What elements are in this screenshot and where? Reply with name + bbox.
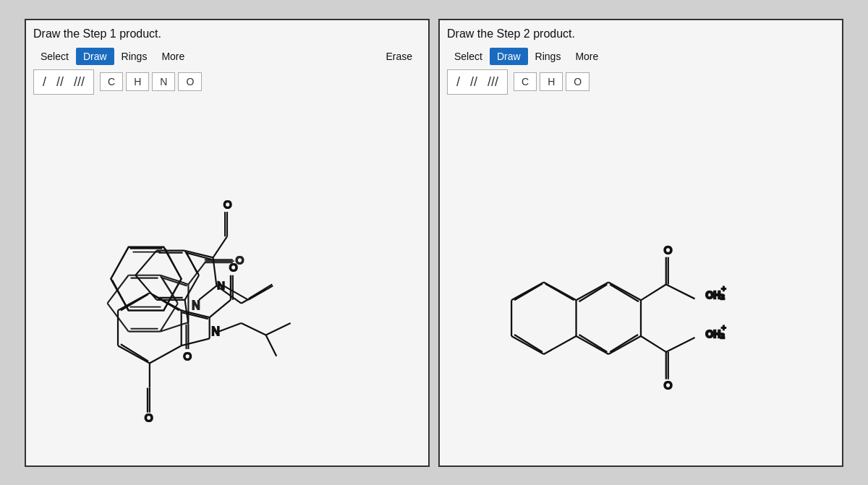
svg-line-94 xyxy=(579,335,608,352)
panel1-select-btn[interactable]: Select xyxy=(33,48,76,65)
panel1-triple-bond[interactable]: /// xyxy=(69,73,89,91)
svg-line-85 xyxy=(545,283,574,300)
svg-line-72 xyxy=(266,322,291,335)
svg-line-101 xyxy=(641,336,666,352)
panel2-draw-area[interactable]: O O OH₂ + OH₂ + xyxy=(447,106,835,458)
panel1-atom-o[interactable]: O xyxy=(178,72,202,91)
panel1-double-bond[interactable]: // xyxy=(52,73,68,91)
svg-text:O: O xyxy=(145,412,153,424)
panel1-erase-btn[interactable]: Erase xyxy=(377,48,421,65)
svg-line-66 xyxy=(210,299,231,317)
panel1-title: Draw the Step 1 product. xyxy=(33,27,421,40)
panel2-title: Draw the Step 2 product. xyxy=(447,27,835,40)
panel2-bond-tools: / // /// xyxy=(447,69,508,95)
panel1-draw-btn[interactable]: Draw xyxy=(76,48,114,65)
panel1-more-btn[interactable]: More xyxy=(154,48,192,65)
svg-text:+: + xyxy=(721,284,726,293)
svg-line-93 xyxy=(610,284,639,301)
svg-line-86 xyxy=(514,335,542,352)
svg-line-73 xyxy=(266,335,277,356)
panel2-triple-bond[interactable]: /// xyxy=(483,73,503,91)
panel2-toolbar: Select Draw Rings More xyxy=(447,48,835,65)
panel1-bond-tools: / // /// xyxy=(33,69,94,95)
panel1-atom-h[interactable]: H xyxy=(126,72,149,91)
svg-line-84 xyxy=(514,283,542,300)
svg-line-47 xyxy=(241,289,265,303)
svg-line-88 xyxy=(608,282,641,300)
svg-line-91 xyxy=(576,336,609,354)
panel1-atom-n[interactable]: N xyxy=(152,72,175,91)
svg-text:N: N xyxy=(192,299,200,311)
svg-line-36 xyxy=(199,286,216,299)
svg-line-90 xyxy=(608,336,641,354)
svg-line-60 xyxy=(121,344,148,361)
svg-text:O: O xyxy=(184,350,192,361)
svg-line-92 xyxy=(579,284,608,301)
svg-line-100 xyxy=(666,284,695,299)
svg-text:O: O xyxy=(664,244,673,255)
panel2-select-btn[interactable]: Select xyxy=(447,48,490,65)
panel1-rings-btn[interactable]: Rings xyxy=(114,48,155,65)
svg-line-56 xyxy=(150,345,182,363)
panel1-toolbar: Select Draw Rings More Erase xyxy=(33,48,421,65)
panel2-atom-h[interactable]: H xyxy=(540,72,563,91)
svg-text:O: O xyxy=(224,199,231,210)
svg-line-71 xyxy=(241,322,265,335)
svg-text:O: O xyxy=(664,379,673,390)
panel2-single-bond[interactable]: / xyxy=(452,73,464,91)
panel-step2: Draw the Step 2 product. Select Draw Rin… xyxy=(438,19,843,467)
panel-step1: Draw the Step 1 product. Select Draw Rin… xyxy=(25,19,430,467)
panel2-more-btn[interactable]: More xyxy=(568,48,605,65)
panel2-rings-btn[interactable]: Rings xyxy=(528,48,569,65)
svg-line-105 xyxy=(666,338,695,352)
panel2-atom-tools: C H O xyxy=(514,72,590,91)
svg-line-25 xyxy=(135,250,156,275)
panel2-atom-o[interactable]: O xyxy=(566,72,590,91)
panel2-atom-c[interactable]: C xyxy=(514,72,537,91)
panels-container: Draw the Step 1 product. Select Draw Rin… xyxy=(13,7,855,478)
svg-text:O: O xyxy=(229,261,237,272)
svg-line-82 xyxy=(544,336,576,354)
svg-line-96 xyxy=(641,284,666,300)
panel1-single-bond[interactable]: / xyxy=(38,73,51,91)
panel2-draw-btn[interactable]: Draw xyxy=(490,48,528,65)
panel2-double-bond[interactable]: // xyxy=(466,73,482,91)
svg-line-83 xyxy=(511,336,544,354)
svg-line-70 xyxy=(218,322,241,331)
svg-line-57 xyxy=(118,345,150,363)
svg-line-95 xyxy=(610,335,638,352)
svg-line-39 xyxy=(213,236,227,257)
panel1-molecule-svg: N O xyxy=(33,106,421,458)
svg-line-87 xyxy=(576,282,609,300)
panel1-atom-tools: C H N O xyxy=(100,72,202,91)
panel1-draw-area[interactable]: N O xyxy=(33,106,421,458)
panel2-molecule-svg: O O OH₂ + OH₂ + xyxy=(447,106,835,458)
svg-text:+: + xyxy=(721,323,726,332)
panel1-atom-c[interactable]: C xyxy=(100,72,123,91)
